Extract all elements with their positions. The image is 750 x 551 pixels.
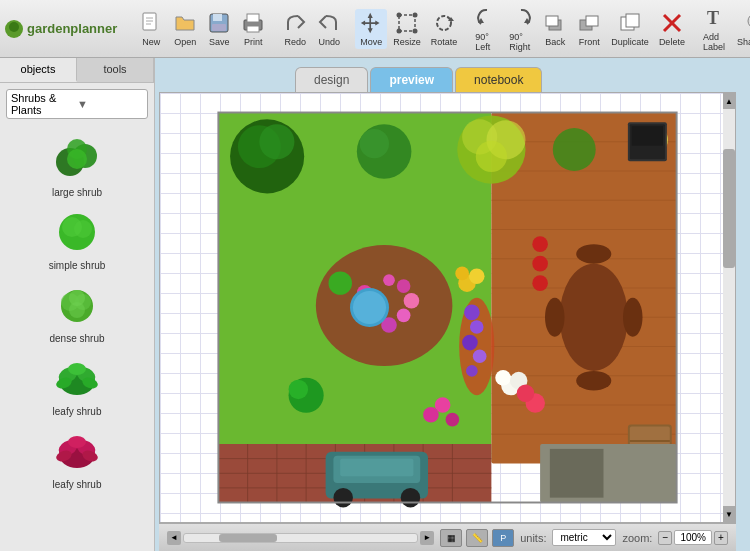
svg-point-90 bbox=[259, 124, 294, 159]
new-icon bbox=[139, 11, 163, 35]
plant-label: leafy shrub bbox=[53, 479, 102, 490]
delete-icon bbox=[660, 11, 684, 35]
front-button[interactable]: Front bbox=[573, 9, 605, 49]
svg-point-132 bbox=[576, 244, 611, 264]
rotate-icon bbox=[432, 11, 456, 35]
grid-icon-small[interactable]: ▦ bbox=[440, 529, 462, 547]
svg-point-54 bbox=[68, 363, 86, 375]
svg-point-60 bbox=[68, 436, 86, 448]
svg-point-151 bbox=[532, 256, 548, 272]
back-label: Back bbox=[545, 37, 565, 47]
zoom-out-btn[interactable]: − bbox=[658, 531, 672, 545]
svg-point-15 bbox=[413, 12, 418, 17]
undo-icon bbox=[317, 11, 341, 35]
svg-rect-146 bbox=[340, 459, 413, 477]
list-item[interactable]: large shrub bbox=[4, 127, 150, 200]
tab-tools[interactable]: tools bbox=[77, 58, 154, 82]
svg-point-127 bbox=[517, 385, 535, 403]
plant-label: dense shrub bbox=[49, 333, 104, 344]
units-select[interactable]: metric imperial bbox=[552, 529, 616, 546]
svg-point-105 bbox=[397, 308, 411, 322]
left-panel: objects tools Shrubs & Plants ▼ large sh… bbox=[0, 58, 155, 551]
duplicate-label: Duplicate bbox=[611, 37, 649, 47]
svg-point-124 bbox=[495, 370, 511, 386]
svg-point-121 bbox=[469, 269, 485, 285]
svg-point-14 bbox=[397, 12, 402, 17]
rotate-button[interactable]: Rotate bbox=[427, 9, 462, 49]
delete-label: Delete bbox=[659, 37, 685, 47]
resize-button[interactable]: Resize bbox=[389, 9, 425, 49]
shadows-button[interactable]: Shadows bbox=[733, 9, 750, 49]
back-button[interactable]: Back bbox=[539, 9, 571, 49]
move-button[interactable]: Move bbox=[355, 9, 387, 49]
rotate-right-button[interactable]: 90° Right bbox=[505, 4, 537, 54]
undo-button[interactable]: Undo bbox=[313, 9, 345, 49]
svg-point-133 bbox=[576, 371, 611, 391]
tab-notebook[interactable]: notebook bbox=[455, 67, 542, 92]
duplicate-icon bbox=[618, 11, 642, 35]
svg-point-152 bbox=[532, 275, 548, 291]
category-label: Shrubs & Plants bbox=[11, 92, 77, 116]
scrollbar-thumb bbox=[219, 534, 277, 542]
print-icon bbox=[241, 11, 265, 35]
tab-design[interactable]: design bbox=[295, 67, 368, 92]
svg-point-16 bbox=[397, 28, 402, 33]
add-label-button[interactable]: T Add Label bbox=[699, 4, 731, 54]
save-button[interactable]: Save bbox=[203, 9, 235, 49]
svg-point-1 bbox=[9, 22, 19, 32]
svg-rect-24 bbox=[586, 16, 598, 26]
duplicate-button[interactable]: Duplicate bbox=[607, 9, 653, 49]
resize-label: Resize bbox=[393, 37, 421, 47]
zoom-control: − 100% + bbox=[658, 530, 728, 545]
content-tabs: design preview notebook bbox=[155, 58, 750, 92]
list-item[interactable]: dense shrub bbox=[4, 273, 150, 346]
resize-icon bbox=[395, 11, 419, 35]
redo-label: Redo bbox=[285, 37, 307, 47]
svg-point-144 bbox=[333, 488, 353, 508]
bottom-bar: ◄ ► ▦ 📏 P units: metric imperial zoom: bbox=[159, 523, 736, 551]
app-title: gardenplanner bbox=[27, 21, 117, 36]
list-item[interactable]: leafy shrub bbox=[4, 346, 150, 419]
scroll-right-btn[interactable]: ► bbox=[420, 531, 434, 545]
zoom-in-btn[interactable]: + bbox=[714, 531, 728, 545]
rotate-left-button[interactable]: 90° Left bbox=[471, 4, 503, 54]
svg-point-110 bbox=[353, 291, 386, 324]
new-button[interactable]: New bbox=[135, 9, 167, 49]
svg-point-150 bbox=[532, 236, 548, 252]
svg-point-118 bbox=[473, 349, 487, 363]
print-label: Print bbox=[244, 37, 263, 47]
svg-point-117 bbox=[462, 335, 478, 351]
front-label: Front bbox=[579, 37, 600, 47]
tab-objects[interactable]: objects bbox=[0, 58, 77, 82]
add-label-label: Add Label bbox=[703, 32, 727, 52]
svg-point-45 bbox=[74, 220, 92, 238]
svg-point-135 bbox=[623, 298, 643, 337]
point-icon[interactable]: P bbox=[492, 529, 514, 547]
panel-tabs: objects tools bbox=[0, 58, 154, 83]
delete-button[interactable]: Delete bbox=[655, 9, 689, 49]
plant-label: large shrub bbox=[52, 187, 102, 198]
category-dropdown[interactable]: Shrubs & Plants ▼ bbox=[6, 89, 148, 119]
redo-button[interactable]: Redo bbox=[279, 9, 311, 49]
save-label: Save bbox=[209, 37, 230, 47]
app-logo: gardenplanner bbox=[4, 19, 117, 39]
ruler-icon[interactable]: 📏 bbox=[466, 529, 488, 547]
print-button[interactable]: Print bbox=[237, 9, 269, 49]
canvas-area[interactable]: ▲ ▼ bbox=[159, 92, 736, 523]
svg-rect-10 bbox=[247, 14, 259, 22]
horizontal-scrollbar[interactable]: ◄ ► bbox=[167, 531, 434, 545]
tab-preview[interactable]: preview bbox=[370, 67, 453, 92]
list-item[interactable]: simple shrub bbox=[4, 200, 150, 273]
svg-rect-22 bbox=[546, 16, 558, 26]
svg-point-115 bbox=[464, 305, 480, 321]
open-button[interactable]: Open bbox=[169, 9, 201, 49]
new-label: New bbox=[142, 37, 160, 47]
rotate-right-icon bbox=[509, 6, 533, 30]
list-item[interactable]: leafy shrub bbox=[4, 419, 150, 492]
svg-point-96 bbox=[476, 141, 507, 172]
plant-image bbox=[47, 350, 107, 405]
svg-point-122 bbox=[455, 267, 469, 281]
scroll-left-btn[interactable]: ◄ bbox=[167, 531, 181, 545]
plant-image bbox=[47, 423, 107, 478]
vertical-scrollbar[interactable]: ▲ ▼ bbox=[723, 93, 735, 522]
